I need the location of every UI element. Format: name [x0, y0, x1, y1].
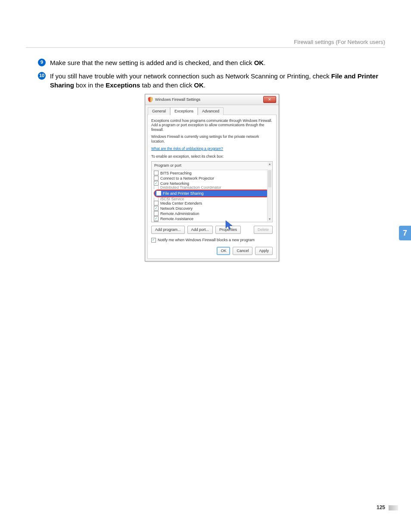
step-9-text: Make sure that the new setting is added …	[50, 58, 265, 67]
page-number-bar	[389, 505, 398, 510]
list-item-label: Media Center Extenders	[160, 201, 202, 206]
checkbox[interactable]	[154, 221, 159, 222]
step-10-b2: Exceptions	[106, 81, 140, 89]
list-item[interactable]: Remote Desktop	[153, 221, 271, 222]
step-bullet-10: 10	[38, 72, 46, 80]
checkbox[interactable]	[154, 171, 159, 175]
list-item-label: Distributed Transaction Coordinator	[160, 186, 221, 189]
notify-row: Notify me when Windows Firewall blocks a…	[151, 237, 273, 243]
step-10-text: If you still have trouble with your netw…	[50, 72, 385, 90]
list-item[interactable]: Network Discovery	[153, 206, 271, 211]
checkbox[interactable]	[154, 216, 159, 221]
checkbox[interactable]	[154, 206, 159, 211]
list-buttons-row: Add program... Add port... Properties De…	[151, 226, 273, 234]
tab-exceptions[interactable]: Exceptions	[170, 107, 198, 115]
properties-button[interactable]: Properties	[215, 226, 241, 234]
page-header: Firewall settings (For Network users)	[294, 39, 385, 45]
list-header: Program or port	[152, 162, 272, 170]
chapter-tab: 7	[399, 226, 411, 240]
content-area: 9 Make sure that the new setting is adde…	[38, 58, 385, 261]
list-item-label: iSCSI Service	[160, 198, 184, 201]
list-item-label: BITS Peercaching	[160, 171, 192, 176]
location-text: Windows Firewall is currently using sett…	[151, 134, 273, 143]
step-10-ok: OK	[194, 81, 204, 89]
exceptions-listbox[interactable]: Program or port BITS Peercaching Connect…	[151, 161, 273, 222]
firewall-dialog: Windows Firewall Settings ✕ General Exce…	[145, 94, 279, 261]
scroll-down-icon[interactable]: ▼	[268, 217, 272, 221]
dialog-screenshot: Windows Firewall Settings ✕ General Exce…	[145, 94, 385, 261]
list-item[interactable]: Core Networking	[153, 181, 271, 186]
step-10-mid2: tab and then click	[140, 81, 194, 89]
step-10-post: .	[204, 81, 206, 89]
scrollbar[interactable]: ▲ ▼	[267, 169, 272, 221]
checkbox[interactable]	[154, 211, 159, 216]
scroll-thumb[interactable]	[268, 170, 271, 187]
checkbox[interactable]	[156, 191, 161, 196]
apply-button[interactable]: Apply	[255, 247, 273, 255]
step-9-post: .	[264, 59, 265, 66]
step-bullet-9: 9	[38, 59, 46, 66]
add-program-button[interactable]: Add program...	[151, 226, 185, 234]
scroll-up-icon[interactable]: ▲	[268, 162, 272, 166]
add-port-button[interactable]: Add port...	[187, 226, 213, 234]
list-item-label: Connect to a Network Projector	[160, 176, 214, 181]
tab-body: Exceptions control how programs communic…	[147, 115, 277, 259]
list-item[interactable]: iSCSI Service	[153, 198, 271, 201]
step-10-mid: box in the	[74, 81, 106, 89]
step-9-ok: OK	[254, 59, 264, 66]
list-item-label: Remote Desktop	[160, 221, 189, 223]
highlight-ring: File and Printer Sharing	[154, 190, 270, 197]
checkbox[interactable]	[154, 181, 159, 186]
step-10: 10 If you still have trouble with your n…	[38, 72, 385, 90]
tab-general[interactable]: General	[148, 107, 170, 115]
list-item[interactable]: Distributed Transaction Coordinator	[153, 186, 271, 189]
list-item[interactable]: Remote Assistance	[153, 216, 271, 221]
ok-button[interactable]: OK	[217, 247, 230, 255]
page-number: 125	[377, 504, 385, 510]
list-item[interactable]: Media Center Extenders	[153, 201, 271, 206]
header-divider	[26, 47, 385, 48]
dialog-titlebar: Windows Firewall Settings ✕	[145, 94, 279, 105]
risks-link[interactable]: What are the risks of unblocking a progr…	[151, 146, 273, 152]
shield-icon	[148, 97, 153, 102]
checkbox[interactable]	[154, 186, 159, 189]
list-item-label: Remote Administration	[160, 211, 199, 217]
step-9-pre: Make sure that the new setting is added …	[50, 59, 254, 66]
close-button[interactable]: ✕	[263, 96, 276, 103]
desc-text: Exceptions control how programs communic…	[151, 118, 273, 132]
list-item-label: File and Printer Sharing	[163, 191, 204, 196]
step-10-pre: If you still have trouble with your netw…	[50, 72, 331, 80]
step-9: 9 Make sure that the new setting is adde…	[38, 58, 385, 67]
list-item-label: Core Networking	[160, 181, 189, 187]
notify-label: Notify me when Windows Firewall blocks a…	[158, 237, 255, 243]
tab-strip: General Exceptions Advanced	[145, 105, 279, 115]
list-item-selected[interactable]: File and Printer Sharing	[155, 190, 269, 196]
checkbox[interactable]	[154, 201, 159, 205]
delete-button[interactable]: Delete	[254, 226, 273, 234]
dialog-footer: OK Cancel Apply	[151, 247, 273, 255]
dialog-title: Windows Firewall Settings	[155, 97, 200, 103]
list-item-label: Remote Assistance	[160, 216, 193, 222]
list-item[interactable]: Remote Administration	[153, 211, 271, 216]
list-item[interactable]: BITS Peercaching	[153, 171, 271, 176]
list-item[interactable]: Connect to a Network Projector	[153, 176, 271, 181]
notify-checkbox[interactable]	[151, 238, 156, 243]
list-items: BITS Peercaching Connect to a Network Pr…	[152, 170, 272, 222]
enable-label: To enable an exception, select its check…	[151, 154, 273, 159]
checkbox[interactable]	[154, 198, 159, 201]
tab-advanced[interactable]: Advanced	[198, 107, 224, 115]
cancel-button[interactable]: Cancel	[233, 247, 252, 255]
checkbox[interactable]	[154, 176, 159, 180]
list-item-label: Network Discovery	[160, 206, 193, 212]
